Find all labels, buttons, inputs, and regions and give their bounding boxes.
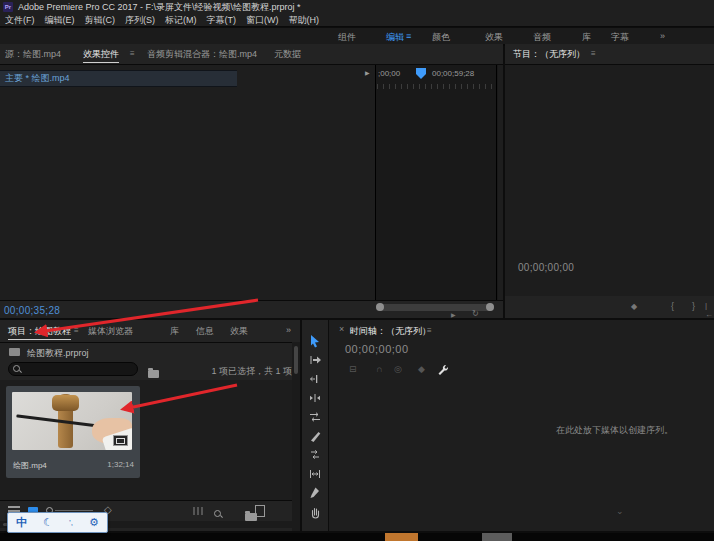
tab-effect-controls[interactable]: 效果控件 <box>83 48 119 63</box>
tab-source-monitor[interactable]: 源：绘图.mp4 <box>5 48 61 61</box>
project-file-name: 绘图教程.prproj <box>27 347 89 360</box>
workspace-tab-color[interactable]: 颜色 <box>432 31 450 44</box>
clip-tile-selected[interactable]: 绘图.mp4 1;32;14 <box>6 386 140 478</box>
search-input[interactable] <box>16 364 133 375</box>
title-bar: Pr Adobe Premiere Pro CC 2017 - F:\录屏文件\… <box>0 0 714 14</box>
tab-libraries[interactable]: 库 <box>170 325 179 338</box>
menu-item-window[interactable]: 窗口(W) <box>246 14 279 27</box>
track-select-forward-tool-icon[interactable] <box>309 353 321 367</box>
tab-audio-clip-mixer[interactable]: 音频剪辑混合器：绘图.mp4 <box>147 48 257 61</box>
timeline-expand-icon[interactable]: ▶ <box>365 69 370 76</box>
video-clip-badge-icon <box>113 435 128 446</box>
menu-item-sequence[interactable]: 序列(S) <box>125 14 155 27</box>
thumbnail-mallet-head-shape <box>52 395 79 411</box>
menu-item-file[interactable]: 文件(F) <box>5 14 35 27</box>
timeline-timecode[interactable]: 00;00;00;00 <box>345 343 409 355</box>
selection-status: 1 项已选择，共 1 项 <box>211 365 292 378</box>
workspace-tab-editing[interactable]: 编辑 <box>386 31 404 44</box>
effect-controls-bottom-bar: 00;00;35;28 ▶ ↻ <box>0 300 503 318</box>
project-overflow-icon[interactable]: » <box>286 325 291 335</box>
ime-mode-label[interactable]: 中 <box>16 517 27 528</box>
rate-stretch-tool-icon[interactable] <box>309 410 321 424</box>
workspace-tab-titles[interactable]: 字幕 <box>611 31 629 44</box>
zoom-scrollbar-right-handle[interactable] <box>486 303 494 311</box>
play-video-icon[interactable]: ▶ <box>451 311 456 318</box>
menu-item-edit[interactable]: 编辑(E) <box>45 14 75 27</box>
tab-info[interactable]: 信息 <box>196 325 214 338</box>
timeline-add-marker-icon[interactable]: ◆ <box>418 364 425 374</box>
effect-controls-body: 主要 * 绘图.mp4 ▶ ;00;00 00;00;59;28 <box>0 64 503 301</box>
project-panel-menu-icon[interactable]: ≡ <box>74 326 79 335</box>
tab-effects-project[interactable]: 效果 <box>230 325 248 338</box>
menu-item-title[interactable]: 字幕(T) <box>207 14 237 27</box>
project-file-row[interactable]: 绘图教程.prproj <box>0 342 300 360</box>
workspace-overflow-icon[interactable]: » <box>660 31 665 41</box>
add-marker-icon[interactable]: ◆ <box>631 302 637 311</box>
clip-duration: 1;32;14 <box>107 460 134 469</box>
timeline-panel: × 时间轴：（无序列） ≡ 00;00;00;00 ⊟ ∩ ◎ ◆ 在此处放下媒… <box>329 320 714 531</box>
timeline-panel-menu-icon[interactable]: ≡ <box>427 326 432 335</box>
effect-controls-clip-header[interactable]: 主要 * 绘图.mp4 <box>0 70 237 87</box>
hand-tool-icon[interactable] <box>309 505 321 519</box>
pen-tool-icon[interactable] <box>309 486 321 500</box>
time-ruler-ticks[interactable] <box>377 84 496 89</box>
linked-selection-icon[interactable]: ◎ <box>394 364 402 374</box>
menu-item-help[interactable]: 帮助(H) <box>289 14 320 27</box>
tab-project[interactable]: 项目：绘图教程 <box>8 325 71 340</box>
find-icon[interactable] <box>214 510 223 519</box>
tab-media-browser[interactable]: 媒体浏览器 <box>88 325 133 338</box>
workspace-tab-effects[interactable]: 效果 <box>485 31 503 44</box>
thumbnail-zoom-track[interactable] <box>55 510 93 511</box>
selection-tool-icon[interactable] <box>309 334 321 348</box>
ruler-end-timecode: 00;00;59;28 <box>432 69 474 78</box>
timeline-close-icon[interactable]: × <box>339 324 344 334</box>
windows-taskbar <box>0 533 714 541</box>
ime-settings-gear-icon[interactable]: ⚙ <box>89 517 99 528</box>
zoom-scrollbar-left-handle[interactable] <box>376 303 384 311</box>
search-box[interactable] <box>8 362 138 376</box>
program-panel-menu-icon[interactable]: ≡ <box>591 49 596 58</box>
taskbar-app-button[interactable] <box>482 533 512 541</box>
snap-magnet-icon[interactable]: ∩ <box>376 364 382 374</box>
vertical-scrollbar[interactable] <box>292 342 300 531</box>
slip-tool-icon[interactable] <box>309 448 321 462</box>
ripple-edit-tool-icon[interactable] <box>309 372 321 386</box>
effect-controls-panel-menu-icon[interactable]: ≡ <box>130 49 135 58</box>
tools-panel <box>302 320 328 531</box>
ime-punctuation-icon[interactable]: ’, <box>69 519 73 527</box>
current-timecode[interactable]: 00;00;35;28 <box>4 305 60 316</box>
tab-metadata[interactable]: 元数据 <box>274 48 301 61</box>
workspace-tab-libraries[interactable]: 库 <box>582 31 591 44</box>
menu-item-clip[interactable]: 剪辑(C) <box>85 14 116 27</box>
vertical-scrollbar-handle[interactable] <box>294 346 298 374</box>
mark-in-icon[interactable]: { <box>671 301 674 311</box>
rolling-edit-tool-icon[interactable] <box>309 391 321 405</box>
ime-moon-icon[interactable]: ☾ <box>43 517 53 528</box>
effect-controls-mini-timeline <box>375 65 498 301</box>
new-item-icon[interactable] <box>255 505 265 517</box>
clip-name[interactable]: 绘图.mp4 <box>13 460 47 471</box>
loop-icon[interactable]: ↻ <box>472 309 479 318</box>
slide-tool-icon[interactable] <box>309 467 321 481</box>
go-to-in-icon[interactable]: |← <box>705 301 714 318</box>
program-transport-bar: ◆ { } |← <box>505 296 714 318</box>
ime-language-bar[interactable]: 中 ☾ ’, ⚙ <box>7 512 108 533</box>
program-timecode[interactable]: 00;00;00;00 <box>518 262 574 273</box>
menu-item-marker[interactable]: 标记(M) <box>165 14 197 27</box>
program-monitor-panel: 节目：（无序列） ≡ 00;00;00;00 ◆ { } |← <box>505 44 714 318</box>
razor-tool-icon[interactable] <box>309 429 321 443</box>
tab-timeline[interactable]: 时间轴：（无序列） <box>350 325 431 339</box>
workspace-tab-audio[interactable]: 音频 <box>533 31 551 44</box>
taskbar-active-app-highlight[interactable] <box>385 533 418 541</box>
insert-overwrite-icon[interactable]: ⊟ <box>349 364 357 374</box>
project-file-icon <box>9 348 20 356</box>
workspace-tab-assembly[interactable]: 组件 <box>338 31 356 44</box>
clip-header-label: 主要 * 绘图.mp4 <box>0 72 70 85</box>
tab-program-monitor[interactable]: 节目：（无序列） <box>513 48 585 62</box>
clip-thumbnail[interactable] <box>12 392 132 450</box>
timeline-scroll-chevron-icon[interactable]: ⌄ <box>616 506 624 516</box>
mark-out-icon[interactable]: } <box>692 301 695 311</box>
workspace-menu-icon[interactable]: ≡ <box>406 31 411 41</box>
timeline-settings-wrench-icon[interactable] <box>437 362 449 380</box>
project-content-area: 绘图.mp4 1;32;14 <box>0 380 292 500</box>
